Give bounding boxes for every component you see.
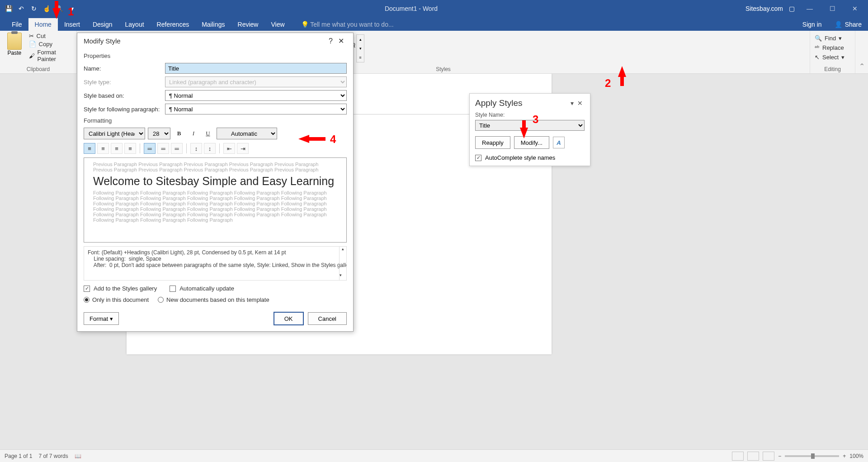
preview-prev-para: Previous Paragraph Previous Paragraph Pr… — [93, 162, 337, 172]
space-before-inc-button[interactable]: ↕ — [190, 143, 202, 154]
spacing-double-button[interactable]: ═ — [171, 143, 183, 154]
select-label: Select — [822, 54, 839, 61]
format-menu-button[interactable]: Format ▾ — [84, 312, 119, 325]
align-right-button[interactable]: ≡ — [111, 143, 123, 154]
italic-button[interactable]: I — [188, 128, 199, 139]
share-button[interactable]: 👤Share — [830, 19, 866, 30]
paste-button[interactable]: Paste — [5, 33, 24, 62]
indent-decrease-button[interactable]: ⇤ — [223, 143, 235, 154]
pane-style-name-select[interactable]: Title — [475, 120, 585, 131]
dialog-close-icon[interactable]: ✕ — [335, 37, 347, 45]
read-mode-button[interactable] — [732, 452, 744, 461]
tab-insert[interactable]: Insert — [58, 18, 86, 31]
style-type-select: Linked (paragraph and character) — [165, 76, 347, 87]
word-count[interactable]: 7 of 7 words — [38, 453, 68, 459]
zoom-slider[interactable] — [785, 455, 839, 457]
only-this-doc-radio[interactable] — [84, 297, 90, 303]
cut-button[interactable]: ✂Cut — [29, 33, 72, 39]
add-to-gallery-checkbox[interactable] — [84, 286, 90, 292]
tell-me-search[interactable]: 💡 Tell me what you want to do... — [295, 18, 400, 31]
close-button[interactable]: ✕ — [845, 0, 864, 17]
font-size-select[interactable]: 28 — [148, 128, 170, 139]
zoom-level[interactable]: 100% — [849, 453, 863, 459]
desc-line-1: Font: (Default) +Headings (Calibri Light… — [88, 249, 343, 256]
tab-mailings[interactable]: Mailings — [195, 18, 231, 31]
tab-file[interactable]: File — [5, 18, 28, 31]
collapse-ribbon-icon[interactable]: ⌃ — [859, 62, 865, 71]
sign-in-link[interactable]: Sign in — [796, 18, 828, 31]
tab-design[interactable]: Design — [86, 18, 119, 31]
pane-menu-icon[interactable]: ▾ — [569, 100, 576, 107]
maximize-button[interactable]: ☐ — [823, 0, 842, 17]
properties-section-label: Properties — [84, 52, 347, 59]
find-label: Find — [825, 35, 836, 42]
align-justify-button[interactable]: ≡ — [124, 143, 136, 154]
tab-home[interactable]: Home — [28, 18, 58, 31]
styles-dialog-icon[interactable]: A — [553, 137, 565, 148]
tab-layout[interactable]: Layout — [119, 18, 151, 31]
autocomplete-checkbox[interactable] — [475, 155, 481, 161]
type-label: Style type: — [84, 79, 165, 86]
style-name-input[interactable] — [165, 63, 347, 74]
description-scrollbar[interactable]: ▴▾ — [339, 247, 346, 280]
share-icon: 👤 — [835, 21, 842, 28]
styles-scroll[interactable]: ▴▾≡ — [356, 34, 364, 62]
format-painter-button[interactable]: 🖌Format Painter — [29, 49, 72, 62]
spacing-single-button[interactable]: ═ — [144, 143, 156, 154]
font-family-select[interactable]: Calibri Light (Headin — [84, 128, 145, 139]
tab-view[interactable]: View — [264, 18, 291, 31]
page-status[interactable]: Page 1 of 1 — [5, 453, 32, 459]
paste-label: Paste — [7, 50, 21, 56]
undo-icon[interactable]: ↶ — [16, 4, 26, 14]
ribbon-options-icon[interactable]: ▢ — [787, 4, 797, 14]
zoom-in-button[interactable]: + — [843, 453, 846, 459]
replace-button[interactable]: ᵃᵇReplace — [815, 43, 850, 52]
following-select[interactable]: ¶ Normal — [165, 104, 347, 114]
indent-increase-button[interactable]: ⇥ — [237, 143, 249, 154]
align-center-button[interactable]: ≡ — [97, 143, 109, 154]
pane-close-icon[interactable]: ✕ — [576, 100, 585, 107]
minimize-button[interactable]: ― — [800, 0, 819, 17]
new-docs-radio[interactable] — [158, 297, 164, 303]
touch-mode-icon[interactable]: ☝ — [42, 4, 52, 14]
tab-review[interactable]: Review — [231, 18, 265, 31]
redo-icon[interactable]: ↻ — [29, 4, 39, 14]
editing-group-label: Editing — [815, 65, 850, 72]
space-before-dec-button[interactable]: ↕ — [204, 143, 216, 154]
tell-me-label: Tell me what you want to do... — [310, 21, 393, 28]
proofing-icon[interactable]: 📖 — [75, 453, 81, 459]
align-left-button[interactable]: ≡ — [84, 143, 95, 154]
save-icon[interactable]: 💾 — [4, 4, 14, 14]
annotation-arrow-1 — [52, 8, 61, 19]
print-layout-button[interactable] — [747, 452, 759, 461]
clipboard-group-label: Clipboard — [5, 65, 72, 72]
zoom-out-button[interactable]: − — [778, 453, 781, 459]
bold-button[interactable]: B — [173, 128, 185, 139]
help-icon[interactable]: ? — [326, 37, 335, 45]
scissors-icon: ✂ — [29, 33, 34, 39]
qat-more-icon[interactable]: ▾ — [67, 4, 77, 14]
select-button[interactable]: ↖Select ▾ — [815, 52, 850, 62]
replace-label: Replace — [822, 44, 844, 51]
tab-references[interactable]: References — [151, 18, 196, 31]
ok-button[interactable]: OK — [274, 312, 303, 325]
underline-button[interactable]: U — [202, 128, 214, 139]
pane-style-name-label: Style Name: — [475, 112, 585, 118]
following-label: Style for following paragraph: — [84, 106, 165, 113]
auto-update-checkbox[interactable] — [170, 286, 176, 292]
copy-button[interactable]: 📄Copy — [29, 41, 72, 48]
window-title: Document1 - Word — [80, 5, 742, 12]
format-painter-label: Format Painter — [38, 49, 72, 62]
modify-style-dialog: Modify Style ? ✕ Properties Name: Style … — [77, 33, 354, 332]
based-on-select[interactable]: ¶ Normal — [165, 90, 347, 101]
add-to-gallery-label: Add to the Styles gallery — [94, 285, 157, 292]
find-button[interactable]: 🔍Find ▾ — [815, 33, 850, 43]
spacing-onehalf-button[interactable]: ═ — [157, 143, 169, 154]
reapply-button[interactable]: Reapply — [475, 136, 510, 149]
name-label: Name: — [84, 65, 165, 72]
font-color-select[interactable]: Automatic — [217, 128, 277, 139]
cancel-button[interactable]: Cancel — [308, 312, 347, 325]
modify-button[interactable]: Modify... — [514, 136, 549, 149]
web-layout-button[interactable] — [763, 452, 774, 461]
brand-text: Sitesbay.com — [745, 5, 783, 12]
